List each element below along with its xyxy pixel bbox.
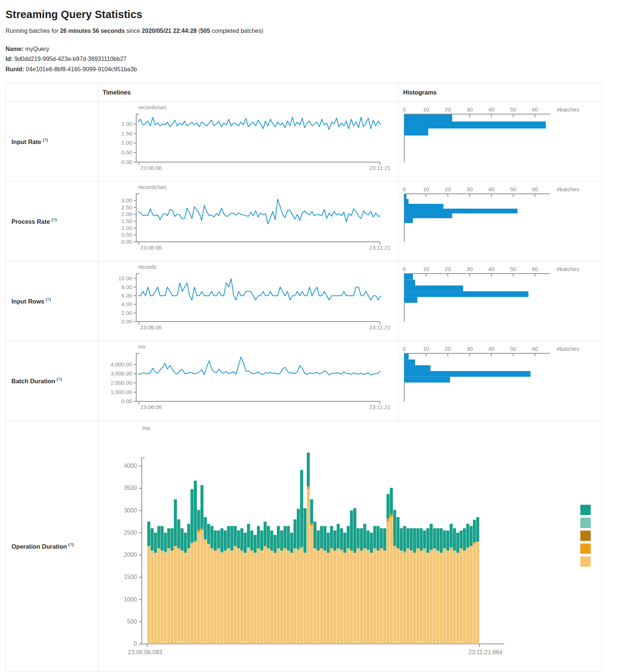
svg-text:0: 0 xyxy=(403,106,406,113)
svg-text:0: 0 xyxy=(403,346,406,352)
legend-swatch-light-teal[interactable] xyxy=(580,518,591,528)
svg-text:10: 10 xyxy=(423,106,429,113)
svg-text:ms: ms xyxy=(142,425,150,431)
name-label: Name: xyxy=(6,46,24,52)
table-row-input-rate: Input Rate(?) records/sec2.001.501.000.5… xyxy=(6,102,602,182)
query-runid-line: RunId: 04e101e6-8bf8-4165-9099-9104c951b… xyxy=(6,64,619,75)
help-icon[interactable]: (?) xyxy=(68,542,73,547)
svg-text:records/sec: records/sec xyxy=(138,104,167,110)
svg-text:4.00: 4.00 xyxy=(121,301,132,308)
svg-text:3,000.00: 3,000.00 xyxy=(111,370,132,377)
process-rate-histogram-cell: 0102030405060#batches xyxy=(399,182,602,261)
table-row-input-rows: Input Rows(?) records10.008.006.004.002.… xyxy=(6,261,602,341)
svg-text:#batches: #batches xyxy=(557,186,579,192)
svg-text:23:06:06: 23:06:06 xyxy=(140,324,162,330)
statistics-table: Timelines Histograms Input Rate(?) recor… xyxy=(6,83,602,672)
svg-text:500: 500 xyxy=(127,618,137,625)
help-icon[interactable]: (?) xyxy=(46,297,51,302)
operation-duration-label-cell: Operation Duration(?) xyxy=(6,421,98,672)
table-row-batch-duration: Batch Duration(?) ms4,000.003,000.002,00… xyxy=(6,341,602,421)
running-summary: Running batches for 26 minutes 56 second… xyxy=(6,28,619,34)
svg-text:ms: ms xyxy=(138,343,145,350)
svg-text:0: 0 xyxy=(134,641,137,647)
input-rows-timeline-cell: records10.008.006.004.002.000.0023:06:06… xyxy=(98,261,399,341)
svg-text:40: 40 xyxy=(488,266,495,272)
svg-text:0.00: 0.00 xyxy=(121,239,132,245)
svg-text:3000: 3000 xyxy=(124,507,137,514)
svg-text:60: 60 xyxy=(532,186,538,192)
svg-text:1500: 1500 xyxy=(124,574,137,580)
svg-text:23:11:21: 23:11:21 xyxy=(369,165,390,171)
legend-swatch-ochre[interactable] xyxy=(580,531,591,541)
svg-text:30: 30 xyxy=(467,266,473,272)
svg-text:10: 10 xyxy=(423,346,429,352)
table-header-row: Timelines Histograms xyxy=(6,83,602,102)
query-id-line: Id: 9d0dd219-995d-423e-b97d-36931110bb27 xyxy=(6,54,619,64)
batch-duration-histogram-chart: 0102030405060#batches xyxy=(399,341,597,421)
input-rate-histogram-chart: 0102030405060#batches xyxy=(399,102,597,181)
input-rows-timeline-chart: records10.008.006.004.002.000.0023:06:06… xyxy=(98,261,394,341)
svg-text:1.00: 1.00 xyxy=(121,140,132,146)
help-icon[interactable]: (?) xyxy=(43,138,48,142)
svg-text:40: 40 xyxy=(488,346,495,352)
histograms-header: Histograms xyxy=(399,83,602,102)
svg-text:40: 40 xyxy=(488,106,495,113)
process-rate-timeline-chart: records/sec3.002.502.001.501.000.500.002… xyxy=(98,182,394,261)
svg-text:0.00: 0.00 xyxy=(121,398,132,404)
svg-text:0.00: 0.00 xyxy=(121,318,132,325)
svg-text:#batches: #batches xyxy=(557,346,579,352)
legend-swatch-dark-teal[interactable] xyxy=(580,505,591,515)
batch-duration-timeline-cell: ms4,000.003,000.002,000.001,000.000.0023… xyxy=(98,341,399,421)
table-row-operation-duration: Operation Duration(?) ms4000350030002500… xyxy=(6,421,602,672)
svg-text:2.50: 2.50 xyxy=(121,204,132,210)
svg-text:2000: 2000 xyxy=(124,552,137,558)
svg-text:3500: 3500 xyxy=(124,485,137,491)
svg-text:2.00: 2.00 xyxy=(121,310,132,316)
running-summary-prefix: Running batches for xyxy=(6,28,58,34)
query-runid: 04e101e6-8bf8-4165-9099-9104c951ba3b xyxy=(26,66,137,72)
svg-text:50: 50 xyxy=(510,186,516,192)
svg-text:0: 0 xyxy=(403,186,406,192)
input-rows-histogram-chart: 0102030405060#batches xyxy=(399,261,597,341)
svg-text:60: 60 xyxy=(532,346,538,352)
svg-text:10: 10 xyxy=(423,266,429,272)
batch-duration-timeline-chart: ms4,000.003,000.002,000.001,000.000.0023… xyxy=(98,341,394,421)
streaming-query-statistics-page: Streaming Query Statistics Running batch… xyxy=(0,0,625,672)
operation-duration-label: Operation Duration xyxy=(11,543,67,550)
batch-duration-histogram-cell: 0102030405060#batches xyxy=(399,341,602,421)
svg-text:1,000.00: 1,000.00 xyxy=(111,389,132,395)
operation-duration-legend xyxy=(580,505,591,569)
query-name: myQuery xyxy=(25,46,49,52)
id-label: Id: xyxy=(6,56,13,62)
input-rows-label: Input Rows xyxy=(11,298,44,305)
svg-text:10.00: 10.00 xyxy=(118,275,132,281)
help-icon[interactable]: (?) xyxy=(56,377,62,381)
svg-text:1000: 1000 xyxy=(124,596,137,603)
query-id: 9d0dd219-995d-423e-b97d-36931110bb27 xyxy=(14,56,127,62)
timelines-header: Timelines xyxy=(98,83,399,102)
metric-column-header xyxy=(6,83,98,102)
svg-text:0.50: 0.50 xyxy=(121,149,132,155)
svg-text:50: 50 xyxy=(510,106,516,113)
table-row-process-rate: Process Rate(?) records/sec3.002.502.001… xyxy=(6,182,602,261)
svg-text:records/sec: records/sec xyxy=(138,184,167,190)
svg-text:60: 60 xyxy=(532,106,538,113)
process-rate-histogram-chart: 0102030405060#batches xyxy=(399,182,597,261)
legend-swatch-orange[interactable] xyxy=(580,544,591,554)
operation-duration-chart-cell: ms4000350030002500200015001000500023:06:… xyxy=(98,421,602,672)
help-icon[interactable]: (?) xyxy=(52,217,57,222)
svg-text:40: 40 xyxy=(488,186,495,192)
operation-duration-stacked-chart: ms4000350030002500200015001000500023:06:… xyxy=(98,421,593,672)
svg-text:1.50: 1.50 xyxy=(121,130,132,137)
svg-text:20: 20 xyxy=(445,346,451,352)
query-meta: Name: myQuery Id: 9d0dd219-995d-423e-b97… xyxy=(6,44,619,75)
svg-text:6.00: 6.00 xyxy=(121,292,132,299)
legend-swatch-tan[interactable] xyxy=(580,556,591,567)
svg-text:8.00: 8.00 xyxy=(121,284,132,290)
svg-text:2,000.00: 2,000.00 xyxy=(111,380,132,386)
input-rate-histogram-cell: 0102030405060#batches xyxy=(399,102,602,182)
start-time: 2020/05/21 22:44:28 xyxy=(142,28,197,34)
since-word: since xyxy=(126,28,140,34)
input-rate-label-cell: Input Rate(?) xyxy=(6,102,98,182)
completed-batches-suffix: completed batches) xyxy=(210,28,263,34)
